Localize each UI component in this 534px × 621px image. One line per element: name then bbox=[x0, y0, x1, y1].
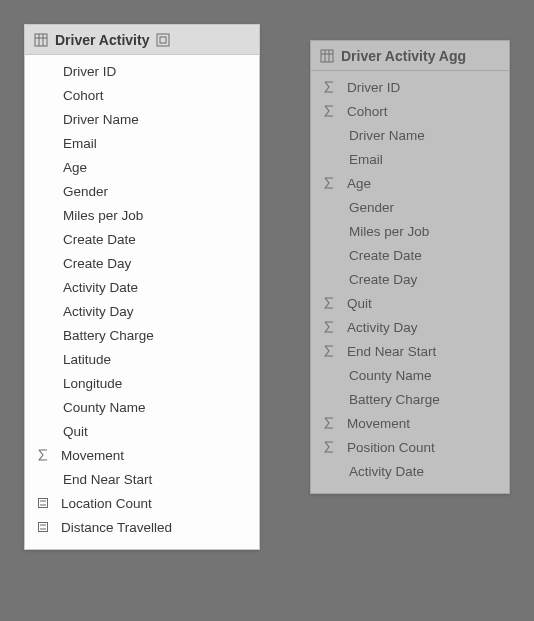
svg-rect-5 bbox=[160, 37, 166, 43]
field-row[interactable]: Driver ID bbox=[311, 75, 509, 99]
field-row[interactable]: Create Day bbox=[25, 251, 259, 275]
panel-header[interactable]: Driver Activity bbox=[25, 25, 259, 55]
field-label: Location Count bbox=[61, 496, 152, 511]
field-row[interactable]: Age bbox=[311, 171, 509, 195]
field-row[interactable]: County Name bbox=[25, 395, 259, 419]
field-row[interactable]: Driver Name bbox=[311, 123, 509, 147]
field-row[interactable]: Cohort bbox=[311, 99, 509, 123]
field-row[interactable]: County Name bbox=[311, 363, 509, 387]
sigma-icon bbox=[321, 415, 337, 431]
table-icon bbox=[33, 32, 49, 48]
field-row[interactable]: Activity Date bbox=[311, 459, 509, 483]
field-label: County Name bbox=[63, 400, 146, 415]
field-label: Driver ID bbox=[63, 64, 116, 79]
field-label: Age bbox=[347, 176, 371, 191]
field-row[interactable]: Position Count bbox=[311, 435, 509, 459]
sigma-icon bbox=[321, 103, 337, 119]
layout-icon bbox=[155, 32, 171, 48]
field-row[interactable]: Location Count bbox=[25, 491, 259, 515]
field-label: Email bbox=[349, 152, 383, 167]
field-row[interactable]: End Near Start bbox=[25, 467, 259, 491]
svg-rect-0 bbox=[35, 34, 47, 46]
sigma-icon bbox=[321, 439, 337, 455]
field-label: Driver Name bbox=[63, 112, 139, 127]
field-label: Movement bbox=[61, 448, 124, 463]
field-label: Quit bbox=[63, 424, 88, 439]
field-label: Gender bbox=[63, 184, 108, 199]
field-row[interactable]: End Near Start bbox=[311, 339, 509, 363]
sigma-icon bbox=[321, 319, 337, 335]
field-label: Cohort bbox=[347, 104, 388, 119]
table-panel-driver-activity-agg[interactable]: Driver Activity AggDriver IDCohortDriver… bbox=[310, 40, 510, 494]
svg-rect-4 bbox=[157, 34, 169, 46]
field-row[interactable]: Create Day bbox=[311, 267, 509, 291]
svg-rect-20 bbox=[321, 50, 333, 62]
field-row[interactable]: Latitude bbox=[25, 347, 259, 371]
sigma-icon bbox=[321, 175, 337, 191]
panel-header[interactable]: Driver Activity Agg bbox=[311, 41, 509, 71]
field-label: Create Day bbox=[349, 272, 417, 287]
field-row[interactable]: Activity Date bbox=[25, 275, 259, 299]
field-label: Cohort bbox=[63, 88, 104, 103]
field-label: Activity Day bbox=[347, 320, 418, 335]
model-canvas[interactable]: Driver ActivityDriver IDCohortDriver Nam… bbox=[0, 0, 534, 621]
svg-rect-6 bbox=[39, 499, 48, 508]
field-row[interactable]: Create Date bbox=[311, 243, 509, 267]
field-label: Miles per Job bbox=[63, 208, 143, 223]
panel-body: Driver IDCohortDriver NameEmailAgeGender… bbox=[25, 55, 259, 549]
field-row[interactable]: Longitude bbox=[25, 371, 259, 395]
calculator-icon bbox=[35, 495, 51, 511]
field-label: Miles per Job bbox=[349, 224, 429, 239]
field-label: Email bbox=[63, 136, 97, 151]
panel-title: Driver Activity bbox=[55, 32, 149, 48]
field-label: Movement bbox=[347, 416, 410, 431]
field-row[interactable]: Movement bbox=[311, 411, 509, 435]
field-label: Longitude bbox=[63, 376, 122, 391]
field-row[interactable]: Email bbox=[25, 131, 259, 155]
field-label: County Name bbox=[349, 368, 432, 383]
field-row[interactable]: Miles per Job bbox=[25, 203, 259, 227]
calculator-icon bbox=[35, 519, 51, 535]
field-label: Activity Date bbox=[349, 464, 424, 479]
field-row[interactable]: Quit bbox=[311, 291, 509, 315]
field-label: Position Count bbox=[347, 440, 435, 455]
field-row[interactable]: Driver Name bbox=[25, 107, 259, 131]
field-row[interactable]: Activity Day bbox=[311, 315, 509, 339]
table-panel-driver-activity[interactable]: Driver ActivityDriver IDCohortDriver Nam… bbox=[24, 24, 260, 550]
field-row[interactable]: Gender bbox=[25, 179, 259, 203]
field-label: Distance Travelled bbox=[61, 520, 172, 535]
field-row[interactable]: Quit bbox=[25, 419, 259, 443]
field-label: End Near Start bbox=[63, 472, 152, 487]
panel-title: Driver Activity Agg bbox=[341, 48, 466, 64]
field-label: Create Date bbox=[63, 232, 136, 247]
field-label: Create Date bbox=[349, 248, 422, 263]
field-row[interactable]: Movement bbox=[25, 443, 259, 467]
field-row[interactable]: Battery Charge bbox=[311, 387, 509, 411]
field-label: Create Day bbox=[63, 256, 131, 271]
field-label: Battery Charge bbox=[349, 392, 440, 407]
sigma-icon bbox=[321, 295, 337, 311]
field-row[interactable]: Driver ID bbox=[25, 59, 259, 83]
field-row[interactable]: Create Date bbox=[25, 227, 259, 251]
field-row[interactable]: Gender bbox=[311, 195, 509, 219]
field-row[interactable]: Miles per Job bbox=[311, 219, 509, 243]
field-row[interactable]: Age bbox=[25, 155, 259, 179]
sigma-icon bbox=[321, 79, 337, 95]
field-label: Driver Name bbox=[349, 128, 425, 143]
field-row[interactable]: Distance Travelled bbox=[25, 515, 259, 539]
field-label: Activity Date bbox=[63, 280, 138, 295]
field-row[interactable]: Activity Day bbox=[25, 299, 259, 323]
field-label: Driver ID bbox=[347, 80, 400, 95]
sigma-icon bbox=[321, 343, 337, 359]
field-row[interactable]: Cohort bbox=[25, 83, 259, 107]
field-row[interactable]: Email bbox=[311, 147, 509, 171]
svg-rect-13 bbox=[39, 523, 48, 532]
field-label: Age bbox=[63, 160, 87, 175]
sigma-icon bbox=[35, 447, 51, 463]
table-icon bbox=[319, 48, 335, 64]
field-label: End Near Start bbox=[347, 344, 436, 359]
field-row[interactable]: Battery Charge bbox=[25, 323, 259, 347]
field-label: Latitude bbox=[63, 352, 111, 367]
field-label: Activity Day bbox=[63, 304, 134, 319]
field-label: Battery Charge bbox=[63, 328, 154, 343]
